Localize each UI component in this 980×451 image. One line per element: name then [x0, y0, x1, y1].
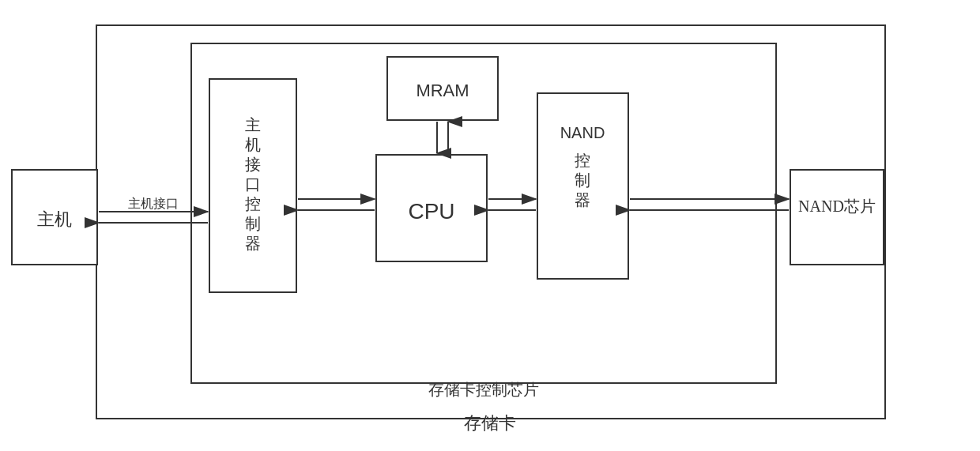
svg-text:控: 控 [245, 195, 261, 212]
svg-text:器: 器 [575, 191, 590, 209]
mram-label: MRAM [416, 81, 469, 100]
svg-text:机: 机 [245, 136, 261, 153]
svg-text:接: 接 [245, 156, 261, 173]
inner-chip-label: 存储卡控制芯片 [428, 381, 539, 398]
nand-chip-label: NAND芯片 [798, 197, 876, 215]
svg-text:制: 制 [245, 215, 261, 232]
svg-rect-16 [790, 170, 884, 265]
host-interface-controller-label: 主 [245, 116, 261, 133]
svg-text:口: 口 [245, 175, 261, 193]
nand-controller-label-line1: NAND [560, 124, 605, 141]
outer-card-label: 存储卡 [464, 413, 516, 433]
svg-text:制: 制 [575, 171, 590, 189]
cpu-label: CPU [408, 199, 454, 224]
diagram-svg: 主机 主 机 接 口 控 制 器 MRAM CPU NAND 控 制 器 NAN… [0, 0, 980, 451]
svg-text:控: 控 [575, 152, 590, 169]
svg-text:器: 器 [245, 235, 261, 252]
host-label: 主机 [37, 209, 72, 229]
host-interface-arrow-label: 主机接口 [128, 197, 179, 210]
diagram-container: { "diagram": { "title": "存储卡控制芯片架构图", "o… [0, 0, 980, 451]
